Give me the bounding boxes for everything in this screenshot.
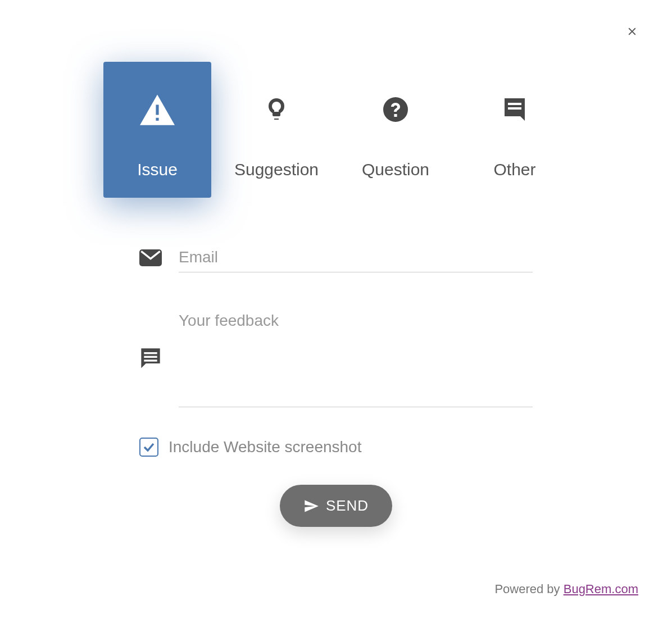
svg-rect-1 xyxy=(156,117,158,120)
email-row xyxy=(139,243,533,272)
warning-icon xyxy=(140,93,175,126)
footer: Powered by BugRem.com xyxy=(494,582,638,597)
tab-issue[interactable]: Issue xyxy=(103,62,211,198)
screenshot-checkbox-row: Include Website screenshot xyxy=(139,438,533,457)
check-icon xyxy=(142,440,156,454)
screenshot-checkbox[interactable] xyxy=(139,438,158,457)
tab-suggestion[interactable]: Suggestion xyxy=(223,62,330,198)
tab-other[interactable]: Other xyxy=(461,62,569,198)
svg-rect-4 xyxy=(508,107,521,110)
svg-rect-0 xyxy=(156,104,158,115)
send-icon xyxy=(303,498,319,514)
feedback-row xyxy=(139,306,533,409)
email-icon xyxy=(139,249,179,267)
close-button[interactable] xyxy=(626,22,638,40)
question-icon xyxy=(382,93,409,126)
svg-rect-3 xyxy=(508,103,521,105)
svg-rect-7 xyxy=(144,356,157,358)
lightbulb-icon xyxy=(263,93,290,126)
tab-label: Issue xyxy=(137,160,178,179)
send-button[interactable]: SEND xyxy=(280,485,392,527)
footer-link[interactable]: BugRem.com xyxy=(564,582,638,596)
screenshot-checkbox-label: Include Website screenshot xyxy=(169,438,361,456)
footer-prefix: Powered by xyxy=(494,582,563,596)
tab-question[interactable]: Question xyxy=(342,62,449,198)
email-input[interactable] xyxy=(179,243,533,272)
feedback-input[interactable] xyxy=(179,306,533,407)
comment-icon xyxy=(501,93,528,126)
close-icon xyxy=(626,25,638,38)
message-icon xyxy=(139,347,179,369)
svg-rect-6 xyxy=(144,352,157,354)
category-tabs: Issue Suggestion Question Other xyxy=(0,0,672,198)
tab-label: Question xyxy=(362,160,429,179)
send-button-label: SEND xyxy=(326,497,369,515)
tab-label: Suggestion xyxy=(234,160,319,179)
tab-label: Other xyxy=(493,160,535,179)
feedback-form: Include Website screenshot SEND xyxy=(139,243,533,527)
svg-rect-8 xyxy=(144,359,157,361)
